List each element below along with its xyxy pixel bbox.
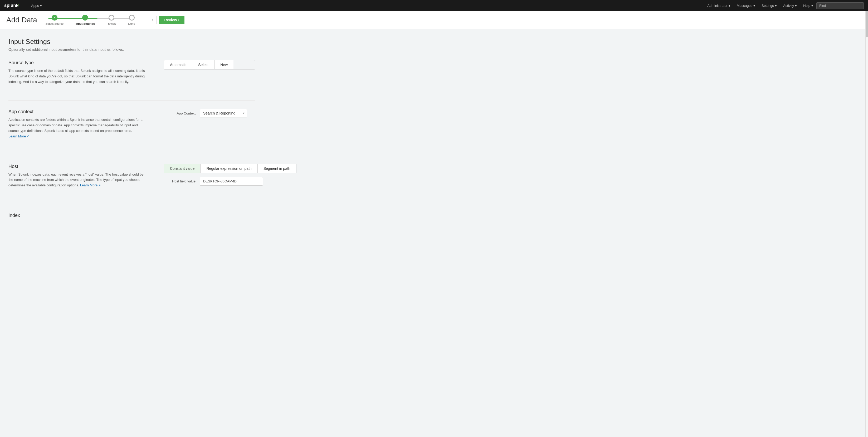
source-type-body: Source type The source type is one of th… (8, 60, 255, 90)
back-button[interactable]: ‹ (148, 16, 157, 24)
index-section: Index (8, 213, 255, 218)
app-context-dropdown-wrap: Search & Reporting (200, 109, 247, 117)
app-context-learn-more-link[interactable]: Learn More ↗ (8, 134, 29, 139)
app-context-row: App Context Search & Reporting (164, 109, 255, 117)
source-type-desc: The source type is one of the default fi… (8, 68, 148, 85)
review-button[interactable]: Review › (159, 16, 184, 24)
regex-path-button[interactable]: Regular expression on path (200, 164, 257, 173)
host-body: Host When Splunk indexes data, each even… (8, 164, 255, 194)
svg-text:>: > (18, 3, 20, 6)
automatic-button[interactable]: Automatic (164, 60, 192, 69)
messages-menu[interactable]: Messages ▾ (734, 0, 758, 11)
app-context-left: App context Application contexts are fol… (8, 109, 148, 144)
scrollbar-thumb[interactable] (866, 11, 868, 37)
new-button[interactable]: New (215, 60, 234, 69)
help-chevron-icon: ▾ (811, 4, 813, 8)
help-menu[interactable]: Help ▾ (800, 0, 816, 11)
source-type-title: Source type (8, 60, 148, 66)
splunk-logo[interactable]: splunk > (4, 3, 23, 8)
administrator-menu[interactable]: Administrator ▾ (704, 0, 734, 11)
source-type-section: Source type The source type is one of th… (8, 60, 255, 90)
host-external-link-icon: ↗ (98, 183, 101, 188)
index-title: Index (8, 213, 255, 218)
admin-chevron-icon: ▾ (728, 4, 731, 8)
messages-chevron-icon: ▾ (753, 4, 755, 8)
wizard-header: Add Data ✓ Select Source Input Settings … (0, 11, 868, 29)
app-context-body: App context Application contexts are fol… (8, 109, 255, 144)
host-field-row: Host field value (164, 177, 297, 186)
scrollbar[interactable] (865, 11, 868, 437)
host-learn-more-link[interactable]: Learn More ↗ (80, 183, 101, 188)
app-context-desc: Application contexts are folders within … (8, 117, 148, 139)
app-context-label: App Context (164, 111, 195, 115)
topnav: splunk > Apps ▾ Administrator ▾ Messages… (0, 0, 868, 11)
host-title: Host (8, 164, 148, 169)
host-field-label: Host field value (164, 179, 195, 183)
activity-menu[interactable]: Activity ▾ (780, 0, 800, 11)
app-context-title: App context (8, 109, 148, 114)
host-type-button-group: Constant value Regular expression on pat… (164, 164, 297, 173)
select-button[interactable]: Select (192, 60, 215, 69)
settings-chevron-icon: ▾ (775, 4, 777, 8)
activity-chevron-icon: ▾ (795, 4, 797, 8)
host-desc: When Splunk indexes data, each event rec… (8, 172, 148, 188)
page-subtitle: Optionally set additional input paramete… (8, 47, 255, 52)
constant-value-button[interactable]: Constant value (164, 164, 200, 173)
host-section: Host When Splunk indexes data, each even… (8, 164, 255, 194)
settings-menu[interactable]: Settings ▾ (758, 0, 780, 11)
app-context-dropdown[interactable]: Search & Reporting (200, 109, 247, 117)
svg-text:splunk: splunk (4, 3, 19, 8)
host-right: Constant value Regular expression on pat… (164, 164, 297, 186)
segment-path-button[interactable]: Segment in path (258, 164, 296, 173)
wizard-title: Add Data (6, 16, 37, 24)
source-type-button-group: Automatic Select New (164, 60, 255, 69)
app-context-right: App Context Search & Reporting (164, 109, 255, 117)
divider-1 (8, 100, 255, 101)
wizard-step-select-source: ✓ Select Source (45, 15, 63, 25)
host-field-input[interactable] (200, 177, 263, 186)
wizard-step-review: Review (107, 15, 116, 25)
apps-menu[interactable]: Apps ▾ (28, 0, 45, 11)
find-input[interactable] (816, 2, 864, 9)
apps-chevron-icon: ▾ (40, 4, 42, 8)
app-context-section: App context Application contexts are fol… (8, 109, 255, 144)
main-content: Input Settings Optionally set additional… (0, 29, 264, 244)
source-type-right: Automatic Select New (164, 60, 255, 69)
external-link-icon: ↗ (27, 134, 29, 139)
wizard-step-input-settings: Input Settings (75, 15, 95, 25)
divider-3 (8, 204, 255, 204)
source-type-left: Source type The source type is one of th… (8, 60, 148, 90)
wizard-navigation: ‹ Review › (148, 16, 184, 24)
wizard-step-done: Done (128, 15, 135, 25)
page-title: Input Settings (8, 38, 255, 46)
host-left: Host When Splunk indexes data, each even… (8, 164, 148, 194)
